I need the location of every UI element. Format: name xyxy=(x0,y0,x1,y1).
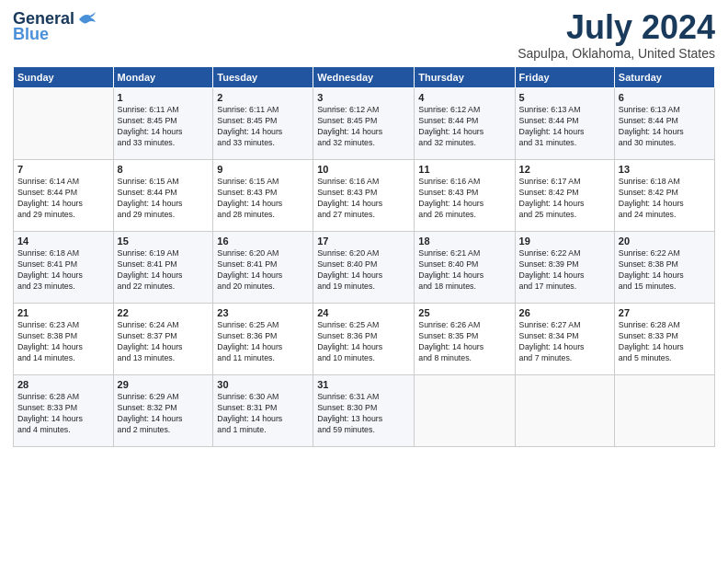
cell-info: Sunrise: 6:18 AM Sunset: 8:42 PM Dayligh… xyxy=(619,177,711,221)
day-number: 12 xyxy=(519,163,610,177)
calendar-cell: 2Sunrise: 6:11 AM Sunset: 8:45 PM Daylig… xyxy=(213,87,313,159)
cell-info: Sunrise: 6:23 AM Sunset: 8:38 PM Dayligh… xyxy=(17,320,109,364)
logo-bird-icon xyxy=(77,11,97,28)
calendar-cell xyxy=(14,87,114,159)
header: General Blue July 2024 Sapulpa, Oklahoma… xyxy=(13,9,715,61)
day-number: 15 xyxy=(118,235,210,248)
cell-info: Sunrise: 6:21 AM Sunset: 8:40 PM Dayligh… xyxy=(418,248,510,293)
calendar-cell: 15Sunrise: 6:19 AM Sunset: 8:41 PM Dayli… xyxy=(113,231,213,303)
cell-info: Sunrise: 6:15 AM Sunset: 8:44 PM Dayligh… xyxy=(118,177,210,221)
calendar-cell: 13Sunrise: 6:18 AM Sunset: 8:42 PM Dayli… xyxy=(614,159,714,231)
col-saturday: Saturday xyxy=(614,66,714,87)
cell-info: Sunrise: 6:15 AM Sunset: 8:43 PM Dayligh… xyxy=(217,177,309,221)
calendar-cell: 12Sunrise: 6:17 AM Sunset: 8:42 PM Dayli… xyxy=(515,159,614,231)
calendar-cell: 16Sunrise: 6:20 AM Sunset: 8:41 PM Dayli… xyxy=(213,231,313,303)
day-number: 19 xyxy=(519,235,610,248)
page-container: General Blue July 2024 Sapulpa, Oklahoma… xyxy=(0,0,728,456)
day-number: 7 xyxy=(17,163,109,177)
day-number: 30 xyxy=(217,378,309,392)
calendar-cell: 24Sunrise: 6:25 AM Sunset: 8:36 PM Dayli… xyxy=(313,303,415,374)
calendar-cell: 28Sunrise: 6:28 AM Sunset: 8:33 PM Dayli… xyxy=(14,374,114,446)
cell-info: Sunrise: 6:28 AM Sunset: 8:33 PM Dayligh… xyxy=(17,392,109,436)
day-number: 13 xyxy=(619,163,711,177)
cell-info: Sunrise: 6:12 AM Sunset: 8:45 PM Dayligh… xyxy=(317,105,410,149)
location-title: Sapulpa, Oklahoma, United States xyxy=(518,46,715,61)
calendar-cell: 30Sunrise: 6:30 AM Sunset: 8:31 PM Dayli… xyxy=(213,374,313,446)
week-row-1: 7Sunrise: 6:14 AM Sunset: 8:44 PM Daylig… xyxy=(14,159,715,231)
calendar-cell: 8Sunrise: 6:15 AM Sunset: 8:44 PM Daylig… xyxy=(113,159,213,231)
month-title: July 2024 xyxy=(518,9,715,46)
day-number: 28 xyxy=(17,378,109,392)
col-sunday: Sunday xyxy=(14,66,114,87)
day-number: 6 xyxy=(619,91,711,105)
day-number: 14 xyxy=(17,235,109,248)
calendar-cell xyxy=(415,374,515,446)
calendar-cell: 25Sunrise: 6:26 AM Sunset: 8:35 PM Dayli… xyxy=(415,303,515,374)
calendar-cell: 17Sunrise: 6:20 AM Sunset: 8:40 PM Dayli… xyxy=(313,231,415,303)
calendar-cell: 29Sunrise: 6:29 AM Sunset: 8:32 PM Dayli… xyxy=(113,374,213,446)
calendar-cell: 23Sunrise: 6:25 AM Sunset: 8:36 PM Dayli… xyxy=(213,303,313,374)
day-number: 3 xyxy=(317,91,410,105)
day-number: 24 xyxy=(317,306,410,320)
calendar-cell: 6Sunrise: 6:13 AM Sunset: 8:44 PM Daylig… xyxy=(614,87,714,159)
week-row-2: 14Sunrise: 6:18 AM Sunset: 8:41 PM Dayli… xyxy=(14,231,715,303)
calendar-cell: 27Sunrise: 6:28 AM Sunset: 8:33 PM Dayli… xyxy=(614,303,714,374)
calendar-cell: 1Sunrise: 6:11 AM Sunset: 8:45 PM Daylig… xyxy=(113,87,213,159)
calendar-cell: 22Sunrise: 6:24 AM Sunset: 8:37 PM Dayli… xyxy=(113,303,213,374)
calendar-cell: 4Sunrise: 6:12 AM Sunset: 8:44 PM Daylig… xyxy=(415,87,515,159)
calendar-table: Sunday Monday Tuesday Wednesday Thursday… xyxy=(13,66,715,447)
cell-info: Sunrise: 6:18 AM Sunset: 8:41 PM Dayligh… xyxy=(17,248,109,293)
calendar-cell: 7Sunrise: 6:14 AM Sunset: 8:44 PM Daylig… xyxy=(14,159,114,231)
col-tuesday: Tuesday xyxy=(213,66,313,87)
day-number: 9 xyxy=(217,163,309,177)
cell-info: Sunrise: 6:13 AM Sunset: 8:44 PM Dayligh… xyxy=(519,105,610,149)
week-row-0: 1Sunrise: 6:11 AM Sunset: 8:45 PM Daylig… xyxy=(14,87,715,159)
calendar-cell: 20Sunrise: 6:22 AM Sunset: 8:38 PM Dayli… xyxy=(614,231,714,303)
day-number: 4 xyxy=(418,91,510,105)
cell-info: Sunrise: 6:29 AM Sunset: 8:32 PM Dayligh… xyxy=(118,392,210,436)
day-number: 16 xyxy=(217,235,309,248)
calendar-cell: 21Sunrise: 6:23 AM Sunset: 8:38 PM Dayli… xyxy=(14,303,114,374)
day-number: 17 xyxy=(317,235,410,248)
cell-info: Sunrise: 6:30 AM Sunset: 8:31 PM Dayligh… xyxy=(217,392,309,436)
week-row-3: 21Sunrise: 6:23 AM Sunset: 8:38 PM Dayli… xyxy=(14,303,715,374)
cell-info: Sunrise: 6:26 AM Sunset: 8:35 PM Dayligh… xyxy=(418,320,510,364)
day-number: 29 xyxy=(118,378,210,392)
calendar-cell: 26Sunrise: 6:27 AM Sunset: 8:34 PM Dayli… xyxy=(515,303,614,374)
cell-info: Sunrise: 6:20 AM Sunset: 8:40 PM Dayligh… xyxy=(317,248,410,293)
calendar-cell: 31Sunrise: 6:31 AM Sunset: 8:30 PM Dayli… xyxy=(313,374,415,446)
cell-info: Sunrise: 6:14 AM Sunset: 8:44 PM Dayligh… xyxy=(17,177,109,221)
calendar-cell: 19Sunrise: 6:22 AM Sunset: 8:39 PM Dayli… xyxy=(515,231,614,303)
day-number: 22 xyxy=(118,306,210,320)
cell-info: Sunrise: 6:11 AM Sunset: 8:45 PM Dayligh… xyxy=(217,105,309,149)
calendar-cell xyxy=(614,374,714,446)
calendar-cell: 11Sunrise: 6:16 AM Sunset: 8:43 PM Dayli… xyxy=(415,159,515,231)
calendar-cell: 18Sunrise: 6:21 AM Sunset: 8:40 PM Dayli… xyxy=(415,231,515,303)
cell-info: Sunrise: 6:17 AM Sunset: 8:42 PM Dayligh… xyxy=(519,177,610,221)
calendar-cell: 9Sunrise: 6:15 AM Sunset: 8:43 PM Daylig… xyxy=(213,159,313,231)
col-wednesday: Wednesday xyxy=(313,66,415,87)
cell-info: Sunrise: 6:16 AM Sunset: 8:43 PM Dayligh… xyxy=(418,177,510,221)
cell-info: Sunrise: 6:20 AM Sunset: 8:41 PM Dayligh… xyxy=(217,248,309,293)
col-friday: Friday xyxy=(515,66,614,87)
logo-blue-text: Blue xyxy=(13,25,49,44)
cell-info: Sunrise: 6:22 AM Sunset: 8:38 PM Dayligh… xyxy=(619,248,711,293)
cell-info: Sunrise: 6:12 AM Sunset: 8:44 PM Dayligh… xyxy=(418,105,510,149)
calendar-cell: 3Sunrise: 6:12 AM Sunset: 8:45 PM Daylig… xyxy=(313,87,415,159)
cell-info: Sunrise: 6:11 AM Sunset: 8:45 PM Dayligh… xyxy=(118,105,210,149)
day-number: 18 xyxy=(418,235,510,248)
day-number: 2 xyxy=(217,91,309,105)
logo: General Blue xyxy=(13,9,97,44)
cell-info: Sunrise: 6:22 AM Sunset: 8:39 PM Dayligh… xyxy=(519,248,610,293)
cell-info: Sunrise: 6:27 AM Sunset: 8:34 PM Dayligh… xyxy=(519,320,610,364)
day-number: 8 xyxy=(118,163,210,177)
calendar-cell: 10Sunrise: 6:16 AM Sunset: 8:43 PM Dayli… xyxy=(313,159,415,231)
day-number: 5 xyxy=(519,91,610,105)
day-number: 21 xyxy=(17,306,109,320)
cell-info: Sunrise: 6:25 AM Sunset: 8:36 PM Dayligh… xyxy=(217,320,309,364)
calendar-cell: 5Sunrise: 6:13 AM Sunset: 8:44 PM Daylig… xyxy=(515,87,614,159)
day-number: 11 xyxy=(418,163,510,177)
day-number: 25 xyxy=(418,306,510,320)
cell-info: Sunrise: 6:13 AM Sunset: 8:44 PM Dayligh… xyxy=(619,105,711,149)
day-number: 26 xyxy=(519,306,610,320)
